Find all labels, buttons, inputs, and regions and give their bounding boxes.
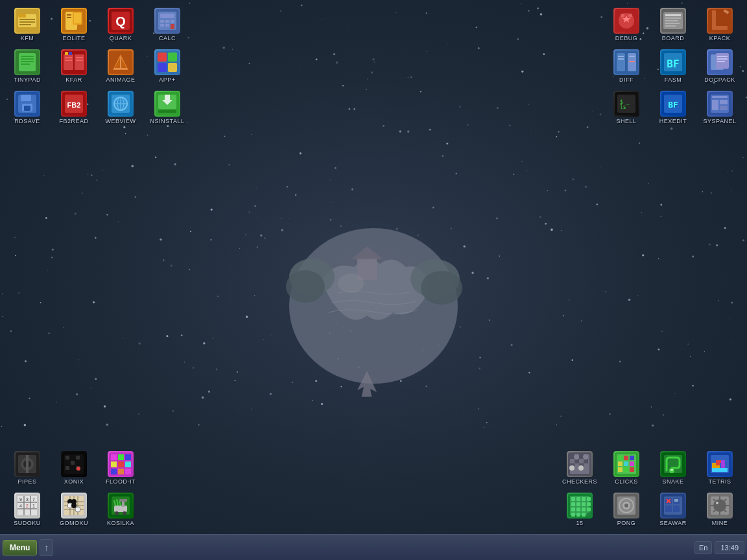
clicks-label: CLICKS	[615, 478, 638, 485]
svg-point-69	[621, 14, 624, 18]
svg-text:1: 1	[32, 504, 35, 508]
snake-icon-img	[660, 451, 686, 477]
svg-rect-251	[674, 500, 678, 502]
icon-tetris[interactable]: TETRIS	[698, 449, 742, 487]
svg-rect-224	[571, 502, 575, 506]
language-indicator[interactable]: En	[694, 541, 712, 554]
svg-rect-139	[118, 454, 124, 460]
nsinstall-icon-img	[154, 91, 180, 117]
icon-debug[interactable]: DEBUG	[604, 5, 648, 44]
fb2read-icon-img: FB2	[61, 91, 87, 117]
svg-text:BF: BF	[668, 100, 678, 110]
svg-rect-28	[21, 61, 34, 62]
icon-pong[interactable]: PONG	[604, 490, 648, 529]
icon-syspanel[interactable]: SYSPANEL	[698, 88, 742, 127]
icon-hexedit[interactable]: BF HEXEDIT	[651, 88, 695, 127]
svg-rect-222	[582, 497, 586, 501]
icon-eolite[interactable]: EOLITE	[52, 5, 96, 44]
svg-rect-196	[618, 456, 622, 460]
seawar-label: SEAWAR	[659, 520, 686, 526]
svg-rect-212	[712, 468, 728, 472]
kfar-label: KFAR	[65, 76, 82, 83]
svg-point-263	[716, 502, 718, 504]
icon-15[interactable]: 15	[558, 490, 602, 529]
svg-rect-213	[712, 463, 716, 468]
svg-rect-51	[21, 95, 31, 101]
icon-pipes[interactable]: PIPES	[5, 449, 49, 487]
icon-checkers[interactable]: CHECKERS	[558, 449, 602, 487]
svg-rect-17	[160, 14, 174, 18]
svg-rect-26	[21, 56, 34, 57]
svg-text:FB2: FB2	[67, 101, 81, 109]
diff-icon-img	[613, 49, 639, 75]
quark-icon-img: Q	[108, 8, 134, 34]
icon-fb2read[interactable]: FB2 FB2READ	[52, 88, 96, 127]
svg-rect-186	[575, 459, 579, 463]
seawar-icon-img	[660, 493, 686, 519]
clock: 13:49	[715, 541, 744, 554]
svg-point-207	[669, 468, 674, 473]
hexedit-icon-img: BF	[660, 91, 686, 117]
pong-label: PONG	[617, 520, 636, 526]
svg-rect-203	[624, 467, 628, 472]
svg-point-170	[71, 503, 77, 508]
svg-rect-131	[71, 461, 75, 465]
svg-rect-214	[716, 465, 720, 468]
icon-tinypad[interactable]: TINYPAD	[5, 47, 49, 86]
icon-appplus[interactable]: APP+	[145, 47, 189, 86]
icon-diff[interactable]: DIFF	[604, 47, 648, 86]
icon-calc[interactable]: CALC	[145, 5, 189, 44]
taskbar-arrow-button[interactable]: ↑	[40, 539, 53, 556]
icon-animage[interactable]: ANIMAGE	[99, 47, 143, 86]
icon-kosilka[interactable]: KOSILKA	[99, 490, 143, 529]
svg-rect-129	[76, 456, 80, 460]
menu-button[interactable]: Menu	[3, 540, 37, 555]
icon-sudoku[interactable]: 9 3 7 4 2 1 SUDOKU	[5, 490, 49, 529]
icon-nsinstall[interactable]: NSINSTALL	[145, 88, 189, 127]
docpack-icon-img	[707, 49, 733, 75]
icon-quark[interactable]: Q QUARK	[99, 5, 143, 44]
icon-shell[interactable]: $ _ ls SHELL	[604, 88, 648, 127]
kosilka-label: KOSILKA	[107, 520, 134, 526]
svg-rect-232	[571, 513, 575, 517]
icon-mine[interactable]: MINE	[698, 490, 742, 529]
svg-rect-109	[720, 100, 728, 104]
icon-xonix[interactable]: XONIX	[52, 449, 96, 487]
icon-board[interactable]: BOARD	[651, 5, 695, 44]
svg-rect-73	[665, 14, 681, 16]
svg-rect-216	[716, 463, 720, 465]
svg-rect-128	[71, 456, 75, 460]
icon-floodit[interactable]: FLOOD-IT	[99, 449, 143, 487]
svg-point-175	[115, 511, 119, 515]
svg-rect-197	[624, 456, 628, 460]
icon-kfm[interactable]: KFM	[5, 5, 49, 44]
svg-text:2: 2	[26, 504, 29, 508]
svg-rect-123	[26, 455, 29, 464]
svg-rect-220	[571, 497, 575, 501]
icon-snake[interactable]: SNAKE	[651, 449, 695, 487]
svg-rect-4	[19, 21, 35, 23]
svg-rect-5	[19, 24, 31, 25]
icon-seawar[interactable]: SEAWAR	[651, 490, 695, 529]
icon-webview[interactable]: WEBVIEW	[99, 88, 143, 127]
svg-point-193	[583, 454, 588, 460]
icon-docpack[interactable]: DOCPACK	[698, 47, 742, 86]
svg-rect-144	[111, 469, 117, 474]
svg-rect-234	[582, 513, 586, 517]
clicks-icon-img	[613, 451, 639, 477]
svg-rect-108	[712, 100, 718, 110]
icon-row-bl-2: 9 3 7 4 2 1 SUDOKU	[5, 490, 143, 529]
icon-kpack[interactable]: KPACK	[698, 5, 742, 44]
svg-point-70	[628, 14, 632, 18]
svg-rect-27	[21, 58, 34, 60]
svg-point-241	[624, 504, 628, 508]
icon-gomoku[interactable]: GOMOKU	[52, 490, 96, 529]
icon-clicks[interactable]: CLICKS	[604, 449, 648, 487]
svg-rect-221	[576, 497, 580, 501]
icon-rdsave[interactable]: RDSAVE	[5, 88, 49, 127]
svg-rect-138	[111, 454, 117, 460]
svg-rect-38	[69, 52, 72, 55]
icon-fasm[interactable]: BF FASM	[651, 47, 695, 86]
icon-kfar[interactable]: KFAR	[52, 47, 96, 86]
svg-rect-11	[67, 17, 71, 18]
